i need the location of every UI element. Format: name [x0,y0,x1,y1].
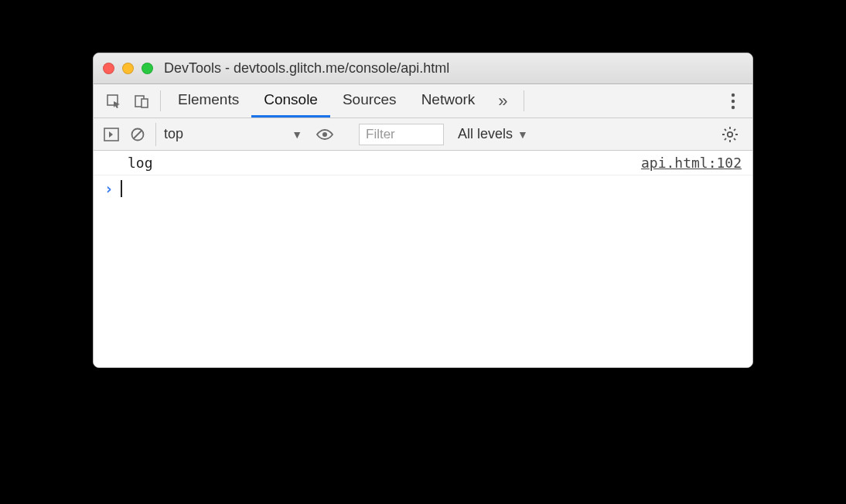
window-title: DevTools - devtools.glitch.me/console/ap… [164,60,449,77]
more-options-button[interactable] [720,84,746,117]
tab-label: Network [421,91,476,108]
levels-label: All levels [458,126,513,142]
devtools-window: DevTools - devtools.glitch.me/console/ap… [93,53,753,368]
tab-console[interactable]: Console [251,84,330,117]
tab-sources[interactable]: Sources [330,84,409,117]
console-settings-button[interactable] [714,126,746,143]
device-toolbar-icon[interactable] [128,84,155,117]
filter-placeholder: Filter [366,127,395,142]
live-expression-icon[interactable] [313,123,336,146]
svg-line-15 [725,128,726,130]
svg-point-3 [732,93,735,96]
inspect-element-icon[interactable] [100,84,128,117]
minimize-window-button[interactable] [122,63,134,74]
text-cursor [121,180,122,197]
window-controls [103,63,153,74]
console-log-row[interactable]: log api.html:102 [94,151,752,175]
chevron-right-icon: » [498,91,507,111]
panel-tabs: Elements Console Sources Network [165,84,487,117]
context-selector[interactable]: top ▼ [155,123,310,146]
svg-point-9 [322,132,327,137]
log-levels-selector[interactable]: All levels ▼ [453,126,533,142]
log-message: log [128,155,153,171]
clear-console-icon[interactable] [126,123,149,146]
svg-point-10 [728,131,732,136]
divider [160,90,161,111]
log-source-link[interactable]: api.html:102 [641,155,742,171]
zoom-window-button[interactable] [142,63,153,74]
tab-network[interactable]: Network [409,84,488,117]
chevron-down-icon: ▼ [517,128,528,141]
tab-label: Console [264,91,318,108]
main-tabbar: Elements Console Sources Network » [94,84,752,118]
svg-line-18 [734,128,735,130]
prompt-chevron-icon: › [104,180,113,197]
svg-rect-2 [142,99,148,107]
svg-point-4 [732,99,735,102]
more-tabs-button[interactable]: » [487,84,518,117]
gear-icon [721,126,739,143]
filter-input[interactable]: Filter [359,124,444,145]
svg-line-17 [725,138,726,140]
tab-label: Sources [343,91,397,108]
kebab-icon [731,93,735,110]
context-label: top [164,126,183,142]
toggle-sidebar-icon[interactable] [100,123,123,146]
console-prompt-row[interactable]: › [94,175,752,202]
chevron-down-icon: ▼ [292,128,302,141]
svg-line-8 [134,131,142,138]
tab-elements[interactable]: Elements [165,84,251,117]
console-output: log api.html:102 › [94,151,752,367]
close-window-button[interactable] [103,63,114,74]
tab-label: Elements [178,91,239,108]
svg-point-5 [732,105,735,108]
console-toolbar: top ▼ Filter All levels ▼ [94,118,752,151]
svg-line-16 [734,138,735,140]
divider [524,90,524,111]
titlebar: DevTools - devtools.glitch.me/console/ap… [94,53,752,84]
